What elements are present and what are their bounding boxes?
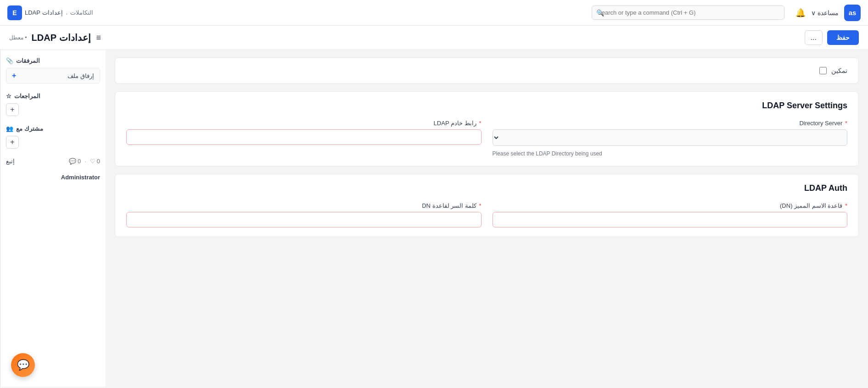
directory-server-helper: Please select the LDAP Directory being u… (493, 150, 848, 157)
dn-password-input[interactable] (126, 212, 482, 227)
help-chevron-icon: ∨ (811, 9, 816, 17)
add-file-label: إرفاق ملف (67, 72, 94, 79)
search-container: 🔍 (592, 6, 784, 20)
ldap-link-group: * رابط خادم LDAP (126, 120, 482, 157)
reviews-plus-row: + (6, 103, 100, 116)
directory-server-label: * Directory Server (493, 120, 848, 127)
follow-button[interactable]: إتبع (6, 158, 15, 165)
chat-bubble-icon: 💬 (17, 359, 29, 371)
enable-checkbox[interactable] (819, 67, 827, 74)
ldap-server-section-title: LDAP Server Settings (126, 101, 847, 111)
more-options-button[interactable]: ... (805, 30, 823, 45)
add-review-button[interactable]: + (6, 103, 19, 116)
reviews-icon: ☆ (6, 93, 11, 100)
toolbar-right: ≡ إعدادات LDAP • معطل (9, 32, 101, 43)
main-layout: تمكين LDAP Server Settings * Directory S… (0, 50, 868, 387)
likes-stat: 0 ♡ (90, 158, 100, 165)
sidebar-shared-section: مشترك مع 👥 + (6, 125, 100, 149)
sidebar-reviews-title: المراجعات ☆ (6, 93, 100, 100)
sidebar-reviews-section: المراجعات ☆ + (6, 93, 100, 116)
dn-label: * قاعدة الاسم المميز (DN) (493, 202, 848, 209)
breadcrumb-separator: ، (66, 9, 67, 16)
breadcrumb-current-page: إعدادات LDAP (25, 9, 63, 16)
follow-stats: 0 ♡ · 0 💬 (69, 158, 100, 165)
top-navigation: as مساعدة ∨ 🔔 🔍 التكاملات ، إعدادات LDAP… (0, 0, 868, 26)
ldap-link-label: * رابط خادم LDAP (126, 120, 482, 127)
search-icon: 🔍 (596, 9, 604, 17)
stat-divider: · (84, 158, 86, 165)
breadcrumb: التكاملات ، إعدادات LDAP E (7, 6, 93, 20)
ldap-auth-section-title: LDAP Auth (126, 183, 847, 193)
add-shared-button[interactable]: + (6, 136, 19, 149)
dn-password-group: * كلمة السر لقاعدة DN (126, 202, 482, 227)
menu-icon-button[interactable]: ≡ (96, 33, 101, 43)
notifications-button[interactable]: 🔔 (795, 8, 806, 18)
directory-server-group: * Directory Server Please select the LDA… (493, 120, 848, 157)
breadcrumb-integrations[interactable]: التكاملات (70, 9, 93, 16)
add-file-plus-icon: + (12, 72, 16, 80)
page-title: إعدادات LDAP • معطل (9, 32, 91, 43)
user-e-avatar: E (7, 6, 22, 20)
shared-with-icon: 👥 (6, 125, 13, 132)
sidebar-shared-title: مشترك مع 👥 (6, 125, 100, 132)
like-icon: ♡ (90, 158, 95, 165)
enable-row: تمكين (126, 67, 847, 74)
user-avatar-btn[interactable]: as (844, 5, 861, 21)
comments-count: 0 (78, 158, 81, 165)
status-badge: • معطل (9, 34, 27, 41)
directory-server-select[interactable] (493, 129, 848, 146)
shared-plus-row: + (6, 136, 100, 149)
enable-label: تمكين (831, 67, 847, 74)
content-area: تمكين LDAP Server Settings * Directory S… (106, 50, 868, 387)
dn-base-group: * قاعدة الاسم المميز (DN) (493, 202, 848, 227)
ldap-server-form-grid: * Directory Server Please select the LDA… (126, 120, 847, 157)
search-input[interactable] (592, 6, 784, 20)
page-toolbar: حفظ ... ≡ إعدادات LDAP • معطل (0, 26, 868, 50)
dn-password-label: * كلمة السر لقاعدة DN (126, 202, 482, 209)
likes-count: 0 (97, 158, 100, 165)
help-label: مساعدة (818, 9, 839, 17)
admin-label: Administrator (6, 174, 100, 181)
comment-icon: 💬 (69, 158, 76, 165)
enable-section: تمكين (115, 57, 859, 84)
dn-input[interactable] (493, 212, 848, 227)
follow-row: 0 ♡ · 0 💬 إتبع (6, 158, 100, 165)
sidebar-admin-section: Administrator (6, 174, 100, 181)
chat-bubble-button[interactable]: 💬 (11, 353, 35, 377)
ldap-auth-card: LDAP Auth * قاعدة الاسم المميز (DN) * كل… (115, 174, 859, 237)
help-button[interactable]: مساعدة ∨ (811, 9, 839, 17)
right-sidebar: المرفقات 📎 إرفاق ملف + المراجعات ☆ + مشت… (0, 50, 106, 387)
attachments-icon: 📎 (6, 57, 13, 64)
comments-stat: 0 💬 (69, 158, 81, 165)
ldap-auth-form-grid: * قاعدة الاسم المميز (DN) * كلمة السر لق… (126, 202, 847, 227)
save-button[interactable]: حفظ (827, 30, 859, 45)
ldap-link-input[interactable] (126, 129, 482, 145)
sidebar-attachments-title: المرفقات 📎 (6, 57, 100, 64)
sidebar-attachments-section: المرفقات 📎 إرفاق ملف + (6, 57, 100, 83)
ldap-server-settings-card: LDAP Server Settings * Directory Server … (115, 91, 859, 166)
add-file-button[interactable]: إرفاق ملف + (6, 68, 100, 83)
